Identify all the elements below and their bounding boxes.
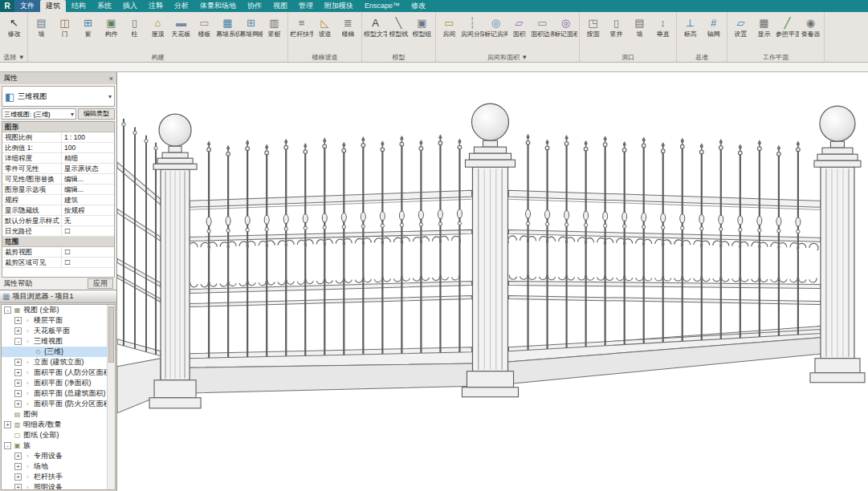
ribbon-tab[interactable]: 体量和场地 xyxy=(194,0,242,12)
property-value[interactable]: 无 xyxy=(62,216,114,225)
property-section-header[interactable]: 范围 xyxy=(2,237,114,247)
apply-button[interactable]: 应用 xyxy=(88,278,113,289)
ribbon-button[interactable]: ▣ 构件 xyxy=(100,13,123,38)
ribbon-button[interactable]: ⊞ 幕墙网格 xyxy=(239,13,263,38)
chevron-down-icon[interactable]: ▾ xyxy=(108,93,112,100)
tree-expander-icon[interactable]: - xyxy=(4,442,11,449)
tree-item[interactable]: + ▫ 面积平面 (防火分区面积) xyxy=(2,399,107,409)
tree-item[interactable]: ▢ 图纸 (全部) xyxy=(2,430,107,440)
ribbon-button[interactable]: ◺ 坡道 xyxy=(313,13,336,38)
tree-item[interactable]: + ▫ 面积平面 (净面积) xyxy=(2,378,107,388)
tree-item[interactable]: + ▥ 明细表/数量 xyxy=(2,420,107,430)
tree-expander-icon[interactable]: + xyxy=(14,484,22,489)
ribbon-tab[interactable]: 管理 xyxy=(293,0,319,12)
ribbon-group-label[interactable]: 基准 xyxy=(679,53,725,62)
app-icon[interactable]: R xyxy=(0,0,14,12)
tree-expander-icon[interactable]: + xyxy=(14,400,22,408)
ribbon-button[interactable]: ▯ 竖井 xyxy=(605,13,628,38)
scrollbar-thumb[interactable] xyxy=(108,306,114,363)
tree-expander-icon[interactable]: + xyxy=(14,369,22,376)
ribbon-group-label[interactable]: 模型 xyxy=(364,53,434,62)
ribbon-button[interactable]: ▭ 楼板 xyxy=(193,13,216,38)
ribbon-button[interactable]: ◫ 门 xyxy=(53,13,76,38)
ribbon-button[interactable]: ▦ 显示 xyxy=(752,13,776,38)
viewport-3d[interactable] xyxy=(117,72,868,491)
ribbon-button[interactable]: ▣ 模型组 xyxy=(410,13,434,38)
ribbon-button[interactable]: ┆ 房间分隔 xyxy=(461,13,484,38)
ribbon-tab[interactable]: 视图 xyxy=(267,0,293,12)
ribbon-tab[interactable]: 附加模块 xyxy=(319,0,359,12)
property-value[interactable]: 1 : 100 xyxy=(62,132,114,142)
tree-item[interactable]: + ▫ 天花板平面 xyxy=(2,326,107,336)
property-value[interactable]: ☐ xyxy=(62,258,114,267)
scrollbar[interactable] xyxy=(107,305,115,489)
ribbon-button[interactable]: ▭ 房间 xyxy=(438,13,461,38)
property-value[interactable]: 精细 xyxy=(62,153,114,163)
property-value[interactable]: 编辑... xyxy=(62,185,114,194)
tree-item[interactable]: - ▣ 族 xyxy=(2,440,107,451)
ribbon-button[interactable]: ▦ 幕墙系统 xyxy=(216,13,239,38)
property-section-header[interactable]: 图形 xyxy=(2,122,114,132)
ribbon-button[interactable]: ◳ 按面 xyxy=(581,13,605,38)
ribbon-group-label[interactable]: 房间和面积 ▼ xyxy=(438,53,577,62)
ribbon-button[interactable]: ↕ 垂直 xyxy=(651,13,674,38)
tree-item[interactable]: + ▫ 专用设备 xyxy=(2,451,107,461)
ribbon-tab[interactable]: 修改 xyxy=(405,0,431,12)
ribbon-tab[interactable]: 注释 xyxy=(143,0,169,12)
ribbon-button[interactable]: ↖ 修改 xyxy=(2,13,26,38)
close-icon[interactable]: × xyxy=(109,75,113,83)
property-value[interactable]: 编辑... xyxy=(62,174,114,184)
ribbon-button[interactable]: ▱ 设置 xyxy=(729,13,752,38)
tree-item[interactable]: + ▫ 照明设备 xyxy=(2,482,107,489)
ribbon-button[interactable]: ≡ 栏杆扶手 xyxy=(290,13,313,38)
tree-item[interactable]: + ▫ 面积平面 (人防分区面积) xyxy=(2,367,107,378)
tree-expander-icon[interactable]: + xyxy=(14,473,22,481)
ribbon-button[interactable]: ≣ 楼梯 xyxy=(336,13,360,38)
ribbon-tab[interactable]: 系统 xyxy=(92,0,117,12)
ribbon-group-label[interactable]: 洞口 xyxy=(581,53,674,62)
ribbon-button[interactable]: A 模型文字 xyxy=(364,13,387,38)
ribbon-button[interactable]: ▯ 柱 xyxy=(123,13,146,38)
ribbon-button[interactable]: ╲ 模型线 xyxy=(387,13,410,38)
ribbon-button[interactable]: ▱ 面积 xyxy=(507,13,531,38)
tree-item[interactable]: + ▫ 楼层平面 xyxy=(2,315,107,326)
property-value[interactable]: 按规程 xyxy=(62,205,114,215)
ribbon-tab[interactable]: 文件 xyxy=(14,0,40,12)
instance-selector[interactable]: 三维视图: {三维} ▾ xyxy=(2,108,76,120)
ribbon-button[interactable]: ⌂ 屋顶 xyxy=(146,13,169,38)
tree-item[interactable]: ◇ {三维} xyxy=(2,347,107,357)
edit-type-button[interactable]: 编辑类型 xyxy=(78,108,115,120)
property-value[interactable]: 显示原状态 xyxy=(62,164,114,173)
ribbon-button[interactable]: ╱ 参照平面 xyxy=(776,13,799,38)
ribbon-tab[interactable]: 分析 xyxy=(169,0,194,12)
tree-item[interactable]: - ▫ 三维视图 xyxy=(2,336,107,347)
tree-item[interactable]: - ▦ 视图 (全部) xyxy=(2,305,107,315)
ribbon-tab[interactable]: 插入 xyxy=(117,0,143,12)
tree-item[interactable]: + ▫ 场地 xyxy=(2,461,107,472)
ribbon-button[interactable]: ▤ 墙 xyxy=(628,13,651,38)
tree-expander-icon[interactable]: + xyxy=(14,452,22,460)
property-value[interactable]: ☐ xyxy=(62,226,114,236)
ribbon-button[interactable]: ▥ 竖梃 xyxy=(263,13,286,38)
property-value[interactable]: 100 xyxy=(62,143,114,152)
ribbon-tab[interactable]: 结构 xyxy=(66,0,92,12)
ribbon-group-label[interactable]: 选择 ▼ xyxy=(2,53,26,62)
type-selector[interactable]: ◧ 三维视图 ▾ xyxy=(2,86,115,107)
ribbon-button[interactable]: ▬ 天花板 xyxy=(169,13,193,38)
properties-help-link[interactable]: 属性帮助 xyxy=(3,278,32,289)
property-value[interactable]: ☐ xyxy=(62,247,114,257)
ribbon-button[interactable]: # 轴网 xyxy=(702,13,725,38)
ribbon-tab[interactable]: 协作 xyxy=(242,0,267,12)
tree-item[interactable]: + ▫ 立面 (建筑立面) xyxy=(2,357,107,367)
tree-expander-icon[interactable]: + xyxy=(4,421,11,428)
tree-item[interactable]: + ▫ 面积平面 (总建筑面积) xyxy=(2,388,107,399)
tree-item[interactable]: + ▫ 栏杆扶手 xyxy=(2,472,107,482)
tree-expander-icon[interactable]: + xyxy=(14,379,22,387)
ribbon-group-label[interactable]: 楼梯坡道 xyxy=(290,53,360,62)
ribbon-button[interactable]: ⊞ 窗 xyxy=(76,13,100,38)
tree-expander-icon[interactable]: + xyxy=(14,317,22,324)
ribbon-tab[interactable]: 建筑 xyxy=(40,0,66,12)
tree-expander-icon[interactable]: + xyxy=(14,327,22,335)
ribbon-button[interactable]: ▤ 墙 xyxy=(30,13,53,38)
property-value[interactable]: 建筑 xyxy=(62,195,114,205)
